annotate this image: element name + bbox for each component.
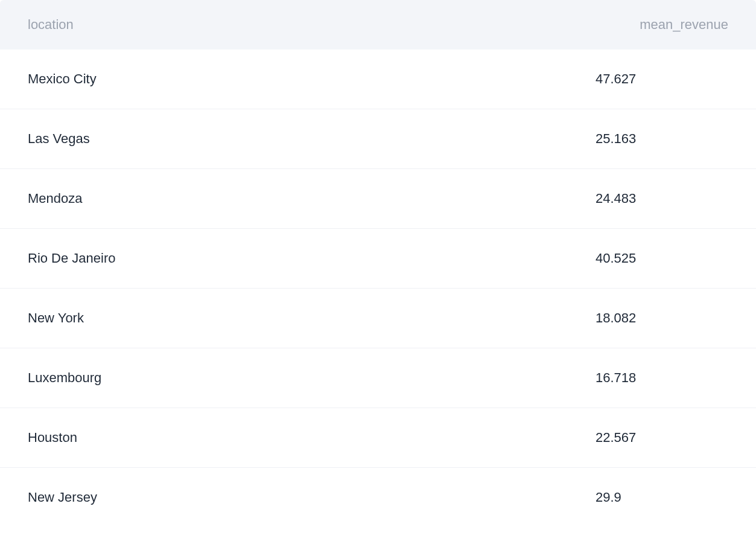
cell-mean-revenue: 40.525 <box>596 251 728 266</box>
column-header-location: location <box>28 17 596 33</box>
cell-mean-revenue: 16.718 <box>596 370 728 386</box>
column-header-mean-revenue: mean_revenue <box>596 17 728 33</box>
cell-location: Rio De Janeiro <box>28 251 596 266</box>
table-row: Mexico City 47.627 <box>0 50 756 109</box>
cell-mean-revenue: 25.163 <box>596 131 728 147</box>
cell-mean-revenue: 22.567 <box>596 430 728 446</box>
cell-location: New York <box>28 310 596 326</box>
cell-mean-revenue: 24.483 <box>596 191 728 206</box>
table-row: Las Vegas 25.163 <box>0 109 756 169</box>
table-row: Houston 22.567 <box>0 408 756 468</box>
table-row: Rio De Janeiro 40.525 <box>0 229 756 289</box>
table-row: Luxembourg 16.718 <box>0 348 756 408</box>
cell-location: Mexico City <box>28 71 596 87</box>
cell-location: Luxembourg <box>28 370 596 386</box>
table-row: New Jersey 29.9 <box>0 468 756 527</box>
data-table: location mean_revenue Mexico City 47.627… <box>0 0 756 527</box>
table-row: New York 18.082 <box>0 289 756 348</box>
cell-mean-revenue: 29.9 <box>596 490 728 505</box>
cell-location: Las Vegas <box>28 131 596 147</box>
table-row: Mendoza 24.483 <box>0 169 756 229</box>
cell-mean-revenue: 47.627 <box>596 71 728 87</box>
cell-location: Houston <box>28 430 596 446</box>
cell-location: New Jersey <box>28 490 596 505</box>
table-header-row: location mean_revenue <box>0 0 756 50</box>
cell-mean-revenue: 18.082 <box>596 310 728 326</box>
cell-location: Mendoza <box>28 191 596 206</box>
